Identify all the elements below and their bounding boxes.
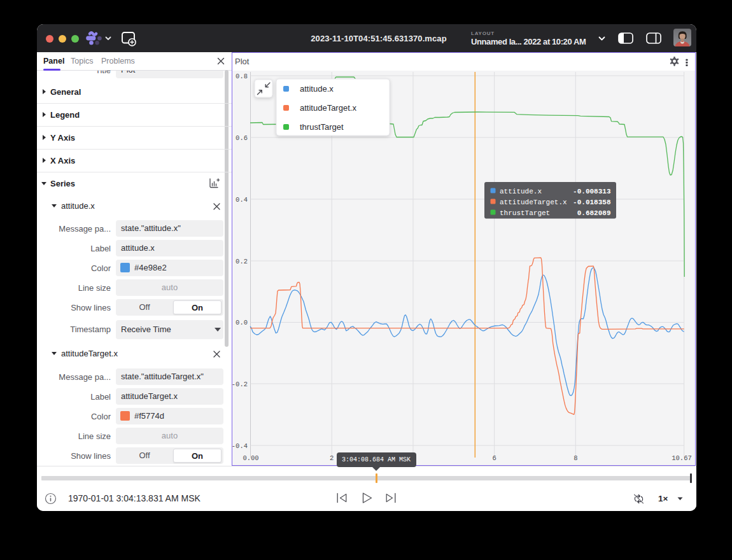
svg-text:thrustTarget: thrustTarget (500, 209, 550, 216)
svg-text:0.8: 0.8 (236, 72, 248, 80)
svg-text:thrustTarget: thrustTarget (300, 122, 344, 132)
svg-text:attitudeTarget.x: attitudeTarget.x (300, 103, 356, 113)
svg-text:8: 8 (574, 454, 577, 462)
svg-text:-0.2: -0.2 (232, 380, 248, 388)
svg-text:0.00: 0.00 (243, 454, 258, 462)
svg-text:attitudeTarget.x: attitudeTarget.x (500, 198, 567, 206)
svg-text:6: 6 (492, 454, 496, 462)
svg-text:-0.008313: -0.008313 (573, 187, 611, 195)
svg-text:attitude.x: attitude.x (500, 187, 542, 195)
svg-text:0.682089: 0.682089 (577, 209, 610, 216)
svg-text:-0.4: -0.4 (232, 442, 248, 449)
svg-text:attitude.x: attitude.x (300, 84, 334, 94)
svg-text:0.2: 0.2 (236, 257, 248, 265)
svg-text:0.0: 0.0 (236, 319, 248, 326)
svg-text:10.67: 10.67 (672, 454, 692, 462)
svg-text:0.6: 0.6 (236, 134, 248, 141)
svg-text:-0.018358: -0.018358 (573, 198, 611, 206)
svg-text:0.4: 0.4 (236, 195, 248, 203)
svg-text:2: 2 (330, 454, 334, 462)
